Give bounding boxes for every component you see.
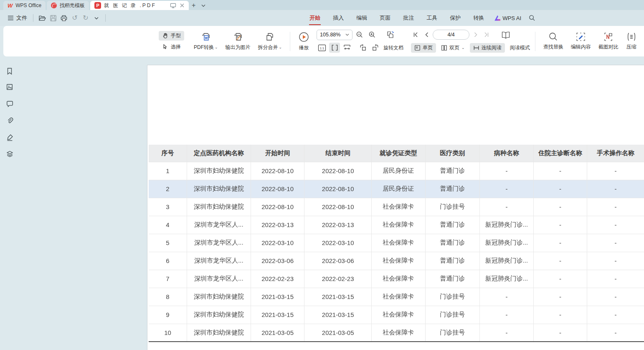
hand-tool-button[interactable]: 手型 (159, 31, 184, 41)
records-table: 序号定点医药机构名称开始时间结束时间就诊凭证类型医疗类别病种名称住院主诊断名称手… (149, 145, 644, 342)
column-header: 手术操作名称 (587, 145, 644, 162)
read-mode-icon-button[interactable] (500, 30, 511, 40)
compress-button[interactable]: 压缩 (622, 31, 641, 51)
comment-icon (6, 100, 14, 107)
continuous-reading-label: 连续阅读 (482, 44, 502, 51)
ribbon-tab[interactable]: 工具 (420, 12, 444, 24)
export-image-icon (233, 32, 243, 42)
wps-ai-button[interactable]: WPS AI (490, 15, 525, 21)
table-cell: - (587, 252, 644, 270)
ribbon-tab[interactable]: 保护 (444, 12, 467, 24)
column-header: 结束时间 (304, 145, 371, 162)
column-header: 定点医药机构名称 (187, 145, 251, 162)
table-cell: 普通门诊 (425, 180, 480, 198)
ribbon-search-button[interactable] (525, 15, 539, 21)
image-icon (6, 83, 13, 91)
table-cell: - (587, 216, 644, 234)
undo-button[interactable]: ↺ (69, 13, 80, 23)
actual-size-button[interactable]: 1:1 (317, 43, 327, 53)
compress-icon (626, 32, 637, 42)
pdf-page[interactable]: 序号定点医药机构名称开始时间结束时间就诊凭证类型医疗类别病种名称住院主诊断名称手… (147, 65, 644, 350)
play-button[interactable]: 播放 (294, 31, 313, 52)
table-cell: 深圳市妇幼保健院 (187, 198, 251, 216)
page-indicator: 4/4 (447, 32, 454, 38)
attachments-panel-button[interactable] (5, 116, 14, 125)
next-page-button[interactable] (471, 30, 480, 39)
redo-icon: ↻ (83, 15, 88, 21)
replace-pages-icon (386, 30, 395, 39)
close-tab-icon[interactable] (180, 3, 185, 8)
zoom-out-button[interactable] (354, 30, 365, 40)
tab-wps-office[interactable]: W WPS Office (3, 1, 46, 10)
fit-width-button[interactable] (342, 43, 352, 53)
divider (33, 14, 33, 22)
zoom-level-select[interactable]: 105.88% (317, 30, 352, 40)
table-row: 2深圳市妇幼保健院2022-08-102022-08-10居民身份证普通门诊--… (149, 180, 644, 198)
new-tab-button[interactable]: + (189, 1, 198, 10)
edit-content-button[interactable]: 编辑内容 (567, 31, 595, 51)
quick-access-chevron[interactable] (91, 13, 102, 23)
single-page-button[interactable]: 单页 (411, 43, 436, 53)
table-cell: 社会保障卡 (371, 252, 425, 270)
table-row: 5深圳市龙华区人...2022-03-102022-03-10社会保障卡普通门诊… (149, 234, 644, 252)
double-page-button[interactable]: 双页 ⌄ (438, 43, 468, 53)
screenshot-compare-button[interactable]: 截图对比 (595, 31, 622, 51)
replace-pages-button[interactable] (385, 30, 396, 40)
paperclip-icon (6, 117, 14, 125)
table-cell: 普通门诊 (425, 252, 480, 270)
signature-panel-button[interactable] (5, 133, 14, 142)
ribbon-tab[interactable]: 批注 (397, 12, 420, 24)
table-cell: 2021-03-05 (251, 324, 304, 342)
find-replace-button[interactable]: 查找替换 (540, 31, 567, 51)
ribbon-tab[interactable]: 转换 (467, 12, 490, 24)
table-cell: 深圳市龙华区人... (187, 216, 251, 234)
print-button[interactable] (58, 13, 69, 23)
edit-content-label: 编辑内容 (571, 43, 591, 51)
layers-panel-button[interactable] (5, 149, 14, 158)
tab-medical-record-pdf[interactable]: P 就 医 记 录 .PDF (90, 1, 189, 10)
table-cell: 门诊挂号 (425, 306, 480, 324)
pdf-convert-button[interactable]: PDF转换⌄ (190, 31, 222, 52)
tab-docer-templates[interactable]: 找稻壳模板 (47, 1, 89, 10)
column-header: 医疗类别 (425, 145, 480, 162)
double-page-label: 双页 (449, 44, 459, 51)
export-as-image-button[interactable]: 输出为图片 (222, 31, 254, 52)
tab-list-chevron-icon[interactable] (198, 1, 208, 10)
rotate-right-button[interactable] (370, 43, 381, 53)
table-cell: 普通门诊 (425, 234, 480, 252)
rotate-doc-label[interactable]: 旋转文档 (383, 44, 404, 51)
table-cell: - (533, 252, 587, 270)
table-cell: - (587, 324, 644, 342)
rotate-left-button[interactable] (357, 43, 368, 53)
page-number-input[interactable]: 4/4 (433, 30, 469, 40)
save-button[interactable] (48, 13, 58, 23)
first-page-button[interactable] (411, 30, 420, 39)
table-cell: 2022-03-10 (304, 234, 371, 252)
comments-panel-button[interactable] (5, 99, 14, 108)
pdf-file-icon: P (94, 2, 101, 9)
hamburger-icon (8, 15, 14, 20)
table-cell: 社会保障卡 (371, 306, 425, 324)
thumbnails-panel-button[interactable] (5, 82, 14, 92)
file-menu-label: 文件 (16, 14, 27, 22)
read-mode-label[interactable]: 阅读模式 (509, 44, 531, 51)
ribbon-tab[interactable]: 页面 (373, 12, 397, 24)
pdf-toolbar: 手型 选择 PDF转换⌄ 输出为图片 拆分合并⌄ 播放 105.88% (3, 26, 644, 56)
bookmarks-panel-button[interactable] (5, 66, 14, 76)
redo-button[interactable]: ↻ (80, 13, 91, 23)
fit-page-button[interactable] (329, 43, 340, 53)
split-merge-button[interactable]: 拆分合并⌄ (254, 31, 286, 52)
continuous-reading-button[interactable]: 连续阅读 (470, 43, 505, 53)
previous-page-button[interactable] (422, 30, 431, 39)
open-file-button[interactable] (37, 13, 48, 23)
file-menu-button[interactable]: 文件 (5, 13, 30, 23)
screencast-icon[interactable] (170, 3, 176, 8)
ribbon-tab[interactable]: 开始 (303, 12, 327, 24)
ribbon-tab[interactable]: 编辑 (350, 12, 373, 24)
ribbon-tab[interactable]: 插入 (327, 12, 350, 24)
fit-page-icon (331, 44, 338, 51)
zoom-in-button[interactable] (367, 30, 378, 40)
last-page-button[interactable] (482, 30, 491, 39)
table-row: 6深圳市龙华区人...2022-03-062022-03-06社会保障卡普通门诊… (149, 252, 644, 270)
select-tool-button[interactable]: 选择 (159, 42, 184, 52)
